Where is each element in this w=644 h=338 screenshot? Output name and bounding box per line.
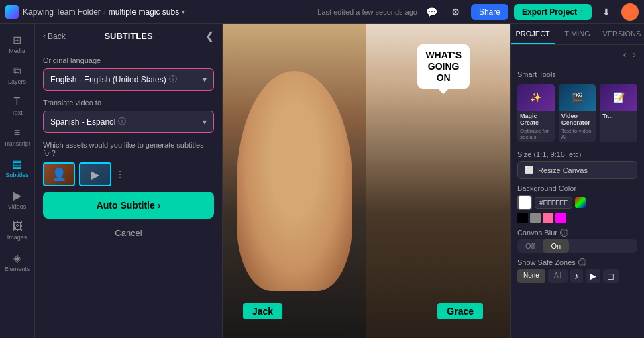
tool-card-extra[interactable]: 📝 Tr...: [600, 84, 637, 142]
speech-bubble: WHAT'S GOING ON: [417, 44, 470, 89]
sidebar-item-text[interactable]: T Text: [3, 92, 32, 120]
resize-canvas-button[interactable]: ⬜ Resize Canvas: [517, 161, 637, 179]
blur-off-label: Off: [525, 242, 535, 250]
right-tabs: PROJECT TIMING VERSIONS: [511, 24, 644, 45]
sidebar-item-media[interactable]: ⊞ Media: [3, 30, 32, 58]
safe-zone-group: None All ♪ ▶ ◻: [517, 269, 637, 283]
download-icon[interactable]: ⬇: [597, 3, 616, 21]
export-icon: ↑: [580, 7, 584, 17]
preview-area: WHAT'S GOING ON Jack Grace: [223, 24, 510, 338]
translate-dropdown[interactable]: Spanish - Español ⓘ ▾: [43, 111, 214, 133]
zone-instagram-button[interactable]: ◻: [603, 269, 619, 283]
zone-all-button[interactable]: All: [548, 269, 568, 283]
text-icon: T: [14, 96, 21, 108]
translate-value: Spanish - Español: [50, 117, 115, 127]
bg-color-section: Background Color #FFFFFF: [517, 184, 637, 223]
sidebar-item-videos[interactable]: ▶ Videos: [3, 185, 32, 214]
export-button[interactable]: Export Project ↑: [514, 4, 592, 20]
tool-sub-video-gen: Text to video: AI: [559, 128, 596, 142]
panel-body: Original language English - English (Uni…: [35, 48, 222, 338]
sidebar-item-label-layers: Layers: [8, 78, 26, 85]
tool-card-video-gen[interactable]: 🎬 Video Generator Text to video: AI: [559, 84, 596, 142]
swatch-black[interactable]: [517, 213, 528, 223]
zone-youtube-button[interactable]: ▶: [586, 269, 600, 283]
sidebar-item-elements[interactable]: ◈ Elements: [3, 247, 32, 276]
nav-prev-button[interactable]: ‹: [621, 48, 629, 61]
panel-close-icon[interactable]: ❮: [205, 30, 214, 42]
cancel-button[interactable]: Cancel: [43, 221, 214, 245]
blur-on-button[interactable]: On: [543, 239, 569, 253]
topbar: Kapwing Team Folder › multiple magic sub…: [0, 0, 644, 24]
auto-subtitle-label: Auto Subtitle ›: [97, 200, 161, 211]
tool-card-magic-create[interactable]: ✨ Magic Create Optimize for socials: [517, 84, 555, 142]
size-label: Size (1:1, 9:16, etc): [517, 150, 637, 158]
grace-name: Grace: [447, 306, 474, 317]
share-button[interactable]: Share: [471, 4, 508, 20]
tab-versions[interactable]: VERSIONS: [600, 24, 644, 44]
original-language-dropdown[interactable]: English - English (United States) ⓘ ▾: [43, 68, 214, 91]
topbar-left: Kapwing Team Folder › multiple magic sub…: [5, 5, 185, 19]
media-icon: ⊞: [13, 34, 21, 46]
blur-info-icon: ⓘ: [560, 229, 568, 237]
zone-none-label: None: [523, 272, 539, 279]
panel-title: SUBTITLES: [43, 31, 214, 41]
zone-none-button[interactable]: None: [517, 269, 545, 283]
safe-zones-label-row: Show Safe Zones ⓘ: [517, 258, 637, 266]
swatch-magenta[interactable]: [555, 213, 566, 223]
asset-thumb-2[interactable]: ▶: [79, 162, 111, 186]
swatch-pink[interactable]: [543, 213, 553, 223]
bg-color-swatch[interactable]: [517, 195, 532, 210]
transcript-icon: ≡: [14, 127, 20, 139]
sidebar-item-subtitles[interactable]: ▤ Subtitles: [3, 154, 32, 182]
user-avatar[interactable]: [621, 3, 639, 21]
tab-timing[interactable]: TIMING: [555, 24, 599, 44]
sidebar-item-label-text: Text: [11, 109, 23, 116]
nav-next-button[interactable]: ›: [630, 48, 639, 61]
bg-color-hex-input[interactable]: #FFFFFF: [535, 197, 572, 209]
blur-label-row: Canvas Blur ⓘ: [517, 229, 637, 237]
translate-info-icon: ⓘ: [118, 116, 126, 127]
resize-icon: ⬜: [525, 166, 534, 174]
zone-tiktok-button[interactable]: ♪: [570, 269, 583, 283]
sidebar-item-images[interactable]: 🖼 Images: [3, 217, 32, 245]
comment-icon[interactable]: 💬: [423, 3, 441, 21]
back-button[interactable]: ‹ Back: [43, 32, 66, 41]
zone-all-label: All: [554, 272, 561, 279]
settings-icon[interactable]: ⚙: [447, 3, 466, 21]
resize-canvas-label: Resize Canvas: [538, 166, 588, 174]
sidebar-item-label-elements: Elements: [5, 266, 30, 272]
breadcrumb-project: multiple magic subs: [109, 7, 179, 17]
tab-timing-label: TIMING: [564, 30, 590, 38]
sidebar-item-transcript[interactable]: ≡ Transcript: [3, 123, 32, 151]
safe-zones-label: Show Safe Zones: [517, 258, 576, 266]
tool-label-magic: Magic Create: [517, 111, 555, 128]
tab-project[interactable]: PROJECT: [511, 24, 555, 44]
asset-thumb-1[interactable]: 👤: [43, 162, 75, 186]
sidebar-item-label-transcript: Transcript: [4, 140, 31, 147]
sidebar-item-label-videos: Videos: [8, 203, 26, 210]
main-area: ⊞ Media ⧉ Layers T Text ≡ Transcript ▤ S…: [0, 24, 644, 338]
canvas-blur-section: Canvas Blur ⓘ Off On: [517, 229, 637, 253]
name-label-jack: Jack: [243, 303, 282, 319]
original-language-section: Original language English - English (Uni…: [43, 56, 214, 91]
tab-project-label: PROJECT: [515, 30, 549, 38]
swatch-gray[interactable]: [530, 213, 541, 223]
share-label: Share: [479, 7, 500, 17]
translate-label: Translate video to: [43, 99, 214, 107]
color-picker-icon[interactable]: [575, 197, 586, 208]
name-label-grace: Grace: [437, 303, 483, 319]
breadcrumb-dropdown-icon[interactable]: ▾: [182, 8, 185, 15]
original-language-label: Original language: [43, 56, 214, 64]
breadcrumb-sep: ›: [103, 7, 106, 17]
auto-subtitle-button[interactable]: Auto Subtitle ›: [43, 192, 214, 219]
panel-header: ‹ Back SUBTITLES ❮: [35, 24, 222, 48]
blur-off-button[interactable]: Off: [517, 239, 543, 253]
tools-grid: ✨ Magic Create Optimize for socials 🎬 Vi…: [517, 84, 637, 142]
topbar-right: Last edited a few seconds ago 💬 ⚙ Share …: [317, 3, 639, 21]
translate-section: Translate video to Spanish - Español ⓘ ▾: [43, 99, 214, 133]
sidebar-item-label-media: Media: [9, 48, 25, 54]
speech-line2: GOING: [428, 61, 460, 72]
assets-more[interactable]: ⋮: [115, 169, 125, 180]
original-language-value: English - English (United States): [50, 75, 166, 84]
sidebar-item-layers[interactable]: ⧉ Layers: [3, 61, 32, 89]
